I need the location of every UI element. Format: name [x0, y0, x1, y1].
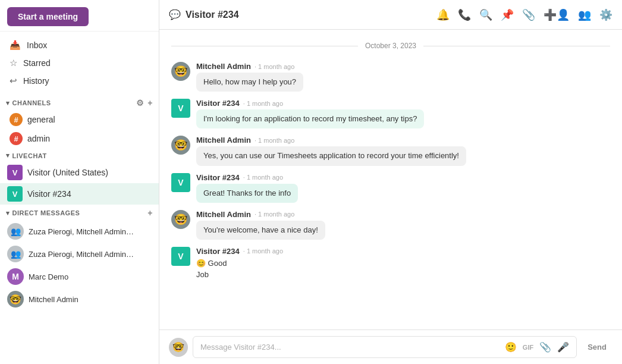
channels-chevron: ▾	[6, 99, 10, 107]
msg-sender-3: Mitchell Admin	[196, 136, 251, 145]
visitor-234-avatar: V	[7, 186, 23, 202]
channel-admin-label: admin	[27, 134, 50, 143]
msg-time-1: · 1 month ago	[255, 63, 294, 70]
chat-header-actions: 🔔 📞 🔍 📌 📎 ➕👤 👥 ⚙️	[436, 8, 612, 21]
sidebar-top: Start a meeting	[0, 0, 159, 32]
dm-item-1[interactable]: 👥 Zuza Pierogi, Mitchell Admin, a...	[0, 220, 159, 243]
channels-label: CHANNELS	[12, 99, 51, 106]
chat-title: Visitor #234	[186, 10, 239, 20]
channel-admin[interactable]: # admin	[0, 129, 159, 148]
dm-2-label: Zuza Pierogi, Mitchell Admin, a...	[29, 250, 136, 259]
starred-label: Starred	[23, 58, 51, 68]
msg-bubble-2: I'm looking for an application to record…	[196, 109, 424, 128]
visitor-234-label: Visitor #234	[27, 189, 71, 199]
dm-label: DIRECT MESSAGES	[12, 209, 80, 216]
mitchell-msg-avatar-5: 🤓	[171, 210, 190, 229]
channels-settings-icon[interactable]: ⚙	[136, 98, 144, 108]
settings-icon[interactable]: ⚙️	[599, 8, 612, 21]
input-placeholder: Message Visitor #234...	[200, 343, 281, 352]
marc-avatar: M	[7, 268, 24, 285]
msg-time-6: · 1 month ago	[243, 247, 283, 255]
visitor-msg-avatar-6: V	[171, 247, 190, 266]
channels-section-header[interactable]: ▾ CHANNELS ⚙ +	[0, 95, 159, 110]
start-meeting-button[interactable]: Start a meeting	[7, 7, 89, 26]
clip-icon[interactable]: 📎	[522, 8, 535, 21]
phone-icon[interactable]: 📞	[458, 8, 471, 21]
divider-line-left	[171, 46, 358, 46]
dm-section-header[interactable]: ▾ DIRECT MESSAGES +	[0, 205, 159, 220]
mitchell-avatar-wrap: 🤓	[7, 291, 24, 307]
livechat-visitor-234[interactable]: V Visitor #234	[0, 183, 159, 205]
livechat-section-header[interactable]: ▾ LIVECHAT	[0, 148, 159, 162]
msg-header-1: Mitchell Admin · 1 month ago	[196, 62, 610, 71]
marc-label: Marc Demo	[29, 272, 68, 281]
visitor-msg-avatar-4: V	[171, 173, 190, 192]
dm-add-icon[interactable]: +	[147, 208, 153, 218]
inbox-label: Inbox	[27, 40, 47, 50]
msg-time-5: · 1 month ago	[255, 211, 294, 218]
channel-general-icon: #	[10, 113, 23, 126]
message-row-1: 🤓 Mitchell Admin · 1 month ago Hello, ho…	[171, 62, 610, 92]
dm-1-label: Zuza Pierogi, Mitchell Admin, a...	[29, 227, 136, 236]
dm-item-mitchell[interactable]: 🤓 Mitchell Admin	[0, 288, 159, 310]
sidebar: Start a meeting 📥 Inbox ☆ Starred ↩ Hist…	[0, 0, 159, 364]
chat-header-left: 💬 Visitor #234	[169, 9, 239, 20]
channel-general-label: general	[27, 115, 55, 124]
dm-2-avatar: 👥	[7, 246, 24, 262]
msg-content-4: Visitor #234 · 1 month ago Great! Thanks…	[196, 173, 610, 203]
msg-header-3: Mitchell Admin · 1 month ago	[196, 136, 610, 145]
message-row-5: 🤓 Mitchell Admin · 1 month ago You're we…	[171, 210, 610, 240]
sidebar-item-starred[interactable]: ☆ Starred	[0, 54, 159, 72]
msg-sender-5: Mitchell Admin	[196, 210, 251, 219]
mitchell-msg-avatar-3: 🤓	[171, 136, 190, 155]
chat-input-icons: 🙂 GIF 📎 🎤	[505, 341, 569, 353]
msg-text-6: 😊 GoodJob	[196, 258, 610, 281]
inbox-icon: 📥	[10, 40, 21, 51]
msg-bubble-3: Yes, you can use our Timesheets applicat…	[196, 146, 466, 165]
livechat-label: LIVECHAT	[12, 152, 47, 159]
livechat-visitor-us[interactable]: V Visitor (United States)	[0, 162, 159, 183]
mic-icon[interactable]: 🎤	[557, 341, 569, 353]
msg-time-4: · 1 month ago	[243, 174, 283, 181]
sidebar-nav: 📥 Inbox ☆ Starred ↩ History	[0, 32, 159, 95]
sidebar-item-inbox[interactable]: 📥 Inbox	[0, 36, 159, 54]
msg-header-5: Mitchell Admin · 1 month ago	[196, 210, 610, 219]
pin-icon[interactable]: 📌	[501, 8, 514, 21]
search-icon[interactable]: 🔍	[479, 8, 492, 21]
gif-icon[interactable]: GIF	[523, 344, 533, 351]
msg-sender-6: Visitor #234	[196, 247, 240, 256]
msg-time-3: · 1 month ago	[255, 137, 294, 144]
attachment-icon[interactable]: 📎	[539, 341, 551, 353]
chat-header-icon: 💬	[169, 9, 181, 20]
add-member-icon[interactable]: ➕👤	[544, 8, 570, 21]
dm-item-marc[interactable]: M Marc Demo	[0, 265, 159, 288]
msg-bubble-5: You're welcome, have a nice day!	[196, 221, 325, 240]
dm-1-avatar: 👥	[7, 223, 24, 240]
message-row-2: V Visitor #234 · 1 month ago I'm looking…	[171, 99, 610, 128]
chat-input-area: 🤓 Message Visitor #234... 🙂 GIF 📎 🎤 Send	[159, 330, 622, 364]
send-button[interactable]: Send	[582, 339, 612, 355]
dm-item-2[interactable]: 👥 Zuza Pierogi, Mitchell Admin, a...	[0, 243, 159, 265]
message-row-6: V Visitor #234 · 1 month ago 😊 GoodJob	[171, 247, 610, 281]
msg-header-2: Visitor #234 · 1 month ago	[196, 99, 610, 108]
channels-add-icon[interactable]: +	[147, 98, 153, 108]
input-avatar: 🤓	[169, 338, 188, 357]
message-row-3: 🤓 Mitchell Admin · 1 month ago Yes, you …	[171, 136, 610, 165]
notification-icon[interactable]: 🔔	[436, 8, 450, 21]
sidebar-item-history[interactable]: ↩ History	[0, 72, 159, 90]
msg-time-2: · 1 month ago	[243, 100, 283, 107]
msg-bubble-4: Great! Thanks for the info	[196, 184, 298, 203]
msg-content-6: Visitor #234 · 1 month ago 😊 GoodJob	[196, 247, 610, 281]
divider-line-right	[423, 46, 610, 46]
marc-avatar-wrap: M	[7, 268, 24, 285]
dm-chevron: ▾	[6, 209, 10, 217]
channel-general[interactable]: # general	[0, 110, 159, 129]
starred-icon: ☆	[10, 58, 17, 68]
members-icon[interactable]: 👥	[578, 8, 591, 21]
chat-input-box[interactable]: Message Visitor #234... 🙂 GIF 📎 🎤	[193, 336, 577, 358]
date-label: October 3, 2023	[365, 42, 416, 50]
date-divider: October 3, 2023	[171, 42, 610, 50]
msg-sender-2: Visitor #234	[196, 99, 240, 108]
msg-sender-1: Mitchell Admin	[196, 62, 251, 71]
emoji-icon[interactable]: 🙂	[505, 341, 517, 353]
